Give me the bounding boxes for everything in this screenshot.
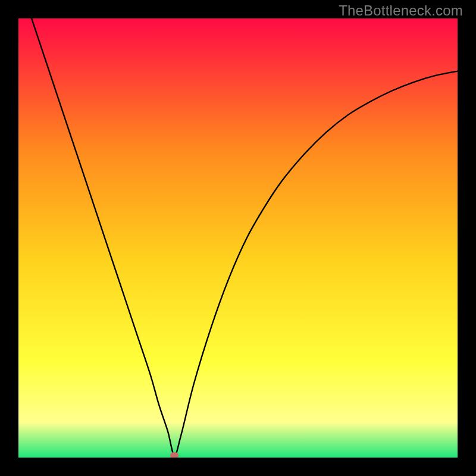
- watermark-text: TheBottleneck.com: [339, 2, 463, 19]
- gradient-background: [18, 18, 458, 458]
- plot-area: [18, 18, 458, 458]
- minimum-marker: [170, 452, 178, 458]
- chart-svg: [18, 18, 458, 458]
- chart-frame: TheBottleneck.com: [0, 0, 476, 476]
